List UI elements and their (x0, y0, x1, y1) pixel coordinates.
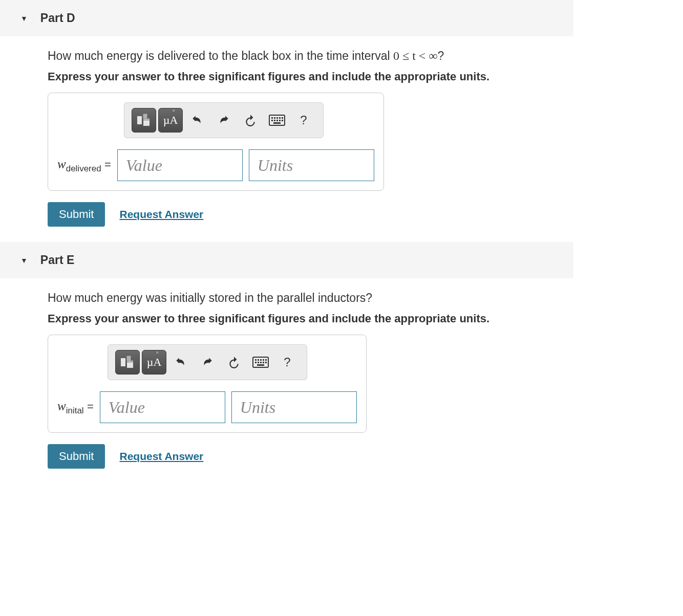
svg-rect-0 (137, 116, 142, 124)
help-button[interactable]: ? (291, 108, 316, 133)
submit-button-e[interactable]: Submit (48, 444, 105, 469)
svg-rect-27 (258, 362, 259, 363)
question-text-post: ? (437, 49, 444, 62)
reset-button[interactable] (222, 350, 246, 375)
answer-toolbar: µA° ? (108, 344, 307, 380)
units-input-e[interactable] (231, 391, 357, 423)
input-row-e: winital = (57, 391, 357, 423)
part-e-question: How much energy was initially stored in … (48, 291, 573, 305)
svg-rect-26 (255, 362, 257, 363)
svg-rect-5 (271, 117, 273, 119)
part-d-title: Part D (40, 11, 75, 25)
keyboard-button[interactable] (248, 350, 273, 375)
svg-rect-18 (127, 362, 133, 368)
undo-button[interactable] (168, 350, 193, 375)
undo-icon (190, 114, 204, 127)
action-row-e: Submit Request Answer (48, 444, 573, 469)
svg-rect-23 (260, 359, 262, 361)
svg-rect-22 (258, 359, 259, 361)
svg-rect-28 (260, 362, 262, 363)
help-button[interactable]: ? (275, 350, 300, 375)
svg-rect-29 (263, 362, 264, 363)
question-text-pre: How much energy is delivered to the blac… (48, 49, 393, 62)
svg-rect-31 (257, 364, 264, 366)
input-row-d: wdelivered = (57, 149, 374, 181)
part-e-body: How much energy was initially stored in … (0, 278, 573, 469)
svg-rect-16 (121, 358, 125, 366)
svg-rect-21 (255, 359, 257, 361)
svg-rect-25 (265, 359, 267, 361)
part-d-body: How much energy is delivered to the blac… (0, 36, 573, 227)
svg-rect-24 (263, 359, 264, 361)
svg-rect-13 (279, 120, 281, 121)
question-math: 0 ≤ t < ∞ (393, 49, 437, 62)
question-text-pre: How much energy was initially stored in … (48, 291, 372, 304)
help-icon: ? (284, 355, 290, 369)
submit-button-d[interactable]: Submit (48, 202, 105, 227)
svg-rect-8 (279, 117, 281, 119)
svg-rect-12 (276, 120, 278, 121)
answer-box-d: µA° ? (48, 93, 384, 191)
undo-button[interactable] (185, 108, 209, 133)
part-e: ▼ Part E How much energy was initially s… (0, 242, 683, 469)
undo-icon (174, 356, 187, 369)
part-d-header[interactable]: ▼ Part D (0, 0, 573, 36)
redo-icon (201, 356, 214, 369)
units-input-d[interactable] (249, 149, 374, 181)
svg-rect-30 (265, 362, 267, 363)
part-d-question: How much energy is delivered to the blac… (48, 49, 573, 63)
templates-icon (136, 113, 152, 128)
keyboard-icon (269, 115, 285, 126)
caret-down-icon: ▼ (20, 14, 28, 23)
symbols-icon: µA° (163, 114, 178, 127)
keyboard-button[interactable] (265, 108, 289, 133)
svg-rect-7 (276, 117, 278, 119)
answer-toolbar: µA° ? (124, 102, 324, 138)
svg-rect-10 (271, 120, 273, 121)
svg-rect-1 (143, 114, 147, 118)
svg-rect-2 (143, 120, 150, 126)
part-d: ▼ Part D How much energy is delivered to… (0, 0, 683, 227)
help-icon: ? (300, 113, 307, 127)
templates-button[interactable] (132, 108, 156, 133)
reset-button[interactable] (238, 108, 263, 133)
part-e-header[interactable]: ▼ Part E (0, 242, 573, 278)
variable-label-e: winital = (57, 399, 94, 416)
svg-rect-14 (282, 120, 283, 121)
templates-button[interactable] (115, 350, 140, 375)
svg-rect-17 (127, 356, 131, 360)
variable-label-d: wdelivered = (57, 157, 111, 174)
svg-rect-11 (274, 120, 275, 121)
redo-button[interactable] (195, 350, 220, 375)
part-e-title: Part E (40, 253, 74, 267)
action-row-d: Submit Request Answer (48, 202, 573, 227)
part-e-hint: Express your answer to three significant… (48, 312, 573, 325)
value-input-d[interactable] (117, 149, 243, 181)
symbols-button[interactable]: µA° (158, 108, 183, 133)
symbols-button[interactable]: µA° (142, 350, 166, 375)
svg-rect-6 (274, 117, 275, 119)
value-input-e[interactable] (100, 391, 225, 423)
svg-rect-9 (282, 117, 283, 119)
reset-icon (227, 356, 241, 369)
symbols-icon: µA° (147, 356, 162, 369)
caret-down-icon: ▼ (20, 256, 28, 265)
reset-icon (244, 114, 257, 127)
templates-icon (120, 355, 135, 370)
request-answer-link-e[interactable]: Request Answer (119, 450, 203, 463)
answer-box-e: µA° ? (48, 335, 367, 433)
redo-icon (217, 114, 230, 127)
request-answer-link-d[interactable]: Request Answer (119, 208, 203, 221)
svg-rect-15 (273, 122, 281, 124)
keyboard-icon (252, 357, 269, 368)
redo-button[interactable] (211, 108, 236, 133)
part-d-hint: Express your answer to three significant… (48, 70, 573, 83)
